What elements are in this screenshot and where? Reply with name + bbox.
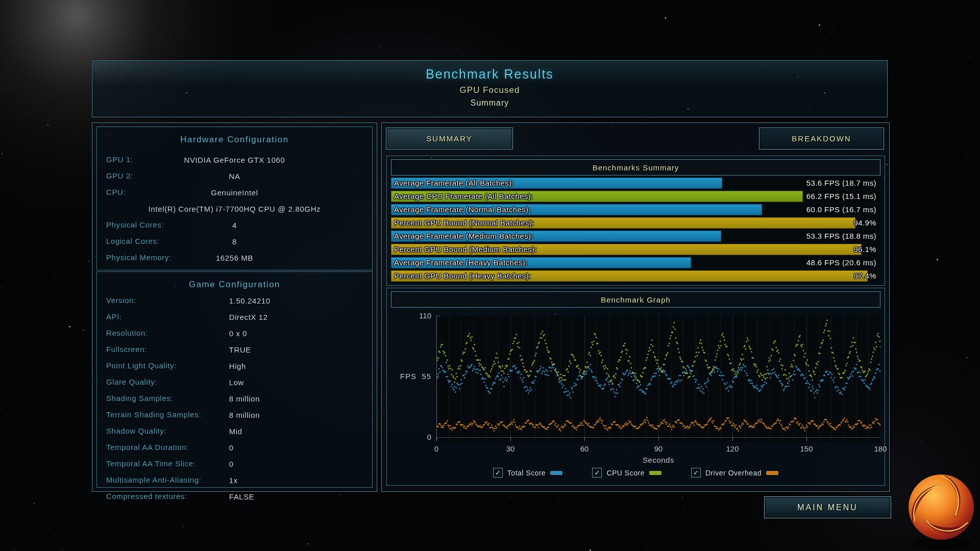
result-value: 96.1% [853, 245, 876, 254]
config-value: 4 [97, 221, 372, 230]
benchmark-plot: 110 FPS 55 0 0306090120150180 Seconds [436, 316, 880, 442]
main-menu-button[interactable]: MAIN MENU [764, 496, 891, 518]
y-axis-mid-label: FPS 55 [375, 372, 431, 381]
config-value: 1x [229, 476, 238, 485]
config-row: GPU 2:NA [97, 168, 372, 184]
config-row: Multisample Anti-Aliasing:1x [97, 472, 372, 488]
config-row: Shading Samples:8 million [97, 390, 372, 407]
benchmark-graph-title: Benchmark Graph [391, 291, 880, 308]
config-row: Physical Memory:16256 MB [97, 249, 372, 266]
benchmark-result-row: Percent GPU Bound (Medium Batches):96.1% [391, 243, 880, 256]
tab-breakdown[interactable]: BREAKDOWN [759, 128, 884, 149]
result-value: 48.6 FPS (20.6 ms) [806, 258, 876, 267]
config-row: CPU:GenuineIntel [97, 184, 372, 201]
benchmark-result-row: Percent GPU Bound (Heavy Batches):97.4% [391, 270, 880, 282]
config-label: API: [106, 312, 122, 321]
legend-checkbox[interactable]: ✓ [493, 468, 503, 478]
view-mode-label: Summary [92, 98, 887, 108]
config-row: Shadow Quality:Mid [97, 423, 372, 439]
graph-legend: ✓Total Score✓CPU Score✓Driver Overhead [387, 468, 885, 478]
config-row: GPU 1:NVIDIA GeForce GTX 1060 [97, 152, 372, 168]
legend-item: ✓Total Score [493, 468, 563, 478]
game-configuration-title: Game Configuration [97, 280, 372, 290]
config-label: Shadow Quality: [106, 427, 166, 435]
config-value: 0 [229, 460, 234, 468]
config-label: Glare Quality: [106, 378, 157, 386]
config-value: DirectX 12 [229, 313, 268, 321]
config-row: Physical Cores:4 [97, 217, 372, 233]
legend-checkbox[interactable]: ✓ [592, 468, 602, 478]
benchmarks-summary-rows: Average Framerate (All Batches):53.6 FPS… [391, 177, 880, 282]
result-value: 53.6 FPS (18.7 ms) [806, 179, 876, 187]
config-row: Version:1.50.24210 [97, 292, 372, 309]
config-label: Point Light Quality: [106, 361, 177, 370]
benchmark-result-row: Average Framerate (Heavy Batches):48.6 F… [391, 257, 880, 269]
legend-checkbox[interactable]: ✓ [691, 468, 701, 478]
benchmarks-summary-box: Benchmarks Summary Average Framerate (Al… [386, 156, 885, 286]
config-row: Compressed textures:FALSE [97, 488, 372, 505]
config-value: Low [229, 378, 244, 387]
config-value: NVIDIA GeForce GTX 1060 [97, 156, 372, 164]
benchmark-results-screen: Benchmark Results GPU Focused Summary Ha… [0, 0, 980, 551]
result-label: Average Framerate (Normal Batches): [394, 205, 531, 214]
x-tick-label: 0 [434, 444, 438, 453]
config-value: 1.50.24210 [229, 296, 271, 305]
legend-color-swatch [550, 471, 562, 475]
config-row: Glare Quality:Low [97, 374, 372, 390]
config-value: Mid [229, 427, 242, 436]
page-title: Benchmark Results [92, 67, 887, 82]
benchmarks-summary-title: Benchmarks Summary [391, 159, 880, 176]
benchmark-result-row: Average Framerate (Normal Batches):60.0 … [391, 204, 880, 216]
x-tick-label: 90 [654, 444, 663, 453]
x-axis-title: Seconds [436, 456, 880, 464]
x-tick-label: 150 [800, 444, 813, 453]
legend-label: CPU Score [606, 469, 645, 477]
results-panel: SUMMARY BREAKDOWN Benchmarks Summary Ave… [381, 122, 890, 492]
config-row: Point Light Quality:High [97, 358, 372, 374]
config-value: 8 million [229, 411, 260, 419]
config-value: GenuineIntel [97, 188, 372, 197]
result-label: Percent GPU Bound (Normal Batches): [394, 218, 534, 227]
config-label: Compressed textures: [106, 492, 187, 500]
hardware-configuration-title: Hardware Configuration [97, 135, 372, 145]
legend-label: Driver Overhead [705, 469, 762, 477]
tab-summary[interactable]: SUMMARY [386, 128, 513, 149]
benchmark-result-row: Average Framerate (Medium Batches):53.3 … [391, 230, 880, 242]
result-label: Average Framerate (Heavy Batches): [394, 258, 528, 267]
benchmark-graph-box: Benchmark Graph 110 FPS 55 0 03060901201… [386, 288, 885, 486]
result-label: Average Framerate (Medium Batches): [394, 232, 533, 240]
config-row: Fullscreen:TRUE [97, 341, 372, 358]
y-axis-max-label: 110 [410, 311, 431, 320]
config-value: 16256 MB [97, 254, 372, 262]
benchmark-result-row: Percent GPU Bound (Normal Batches):94.9% [391, 217, 880, 229]
hardware-configuration-box: Hardware Configuration GPU 1:NVIDIA GeFo… [96, 127, 373, 270]
y-axis-mid-value: 55 [422, 372, 431, 381]
scatter-plot-canvas [436, 316, 880, 442]
config-row: Intel(R) Core(TM) i7-7700HQ CPU @ 2.80GH… [97, 201, 372, 217]
config-label: Terrain Shading Samples: [106, 410, 201, 419]
benchmark-result-row: Average Framerate (All Batches):53.6 FPS… [391, 177, 880, 189]
config-label: Temporal AA Time Slice: [106, 459, 196, 468]
config-value: 8 million [229, 394, 260, 403]
y-axis-min-label: 0 [410, 433, 431, 441]
config-label: Temporal AA Duration: [106, 443, 189, 452]
config-value: High [229, 362, 246, 370]
config-label: Shading Samples: [106, 394, 173, 403]
legend-color-swatch [766, 471, 778, 475]
result-value: 94.9% [853, 218, 876, 227]
config-label: Fullscreen: [106, 345, 147, 354]
legend-item: ✓CPU Score [592, 468, 662, 478]
configuration-panel: Hardware Configuration GPU 1:NVIDIA GeFo… [92, 122, 377, 492]
config-row: Logical Cores:8 [97, 233, 372, 249]
result-value: 66.2 FPS (15.1 ms) [806, 192, 876, 201]
config-value: TRUE [229, 345, 251, 354]
x-axis-ticks: 0306090120150180 [436, 444, 880, 454]
benchmark-type-label: GPU Focused [92, 85, 887, 95]
x-tick-label: 180 [874, 444, 887, 453]
result-label: Average Framerate (All Batches): [394, 179, 514, 187]
x-tick-label: 30 [506, 444, 515, 453]
config-value: 8 [97, 237, 372, 246]
hardware-rows: GPU 1:NVIDIA GeForce GTX 1060GPU 2:NACPU… [97, 152, 372, 266]
legend-item: ✓Driver Overhead [691, 468, 778, 478]
y-axis-title: FPS [400, 372, 416, 381]
